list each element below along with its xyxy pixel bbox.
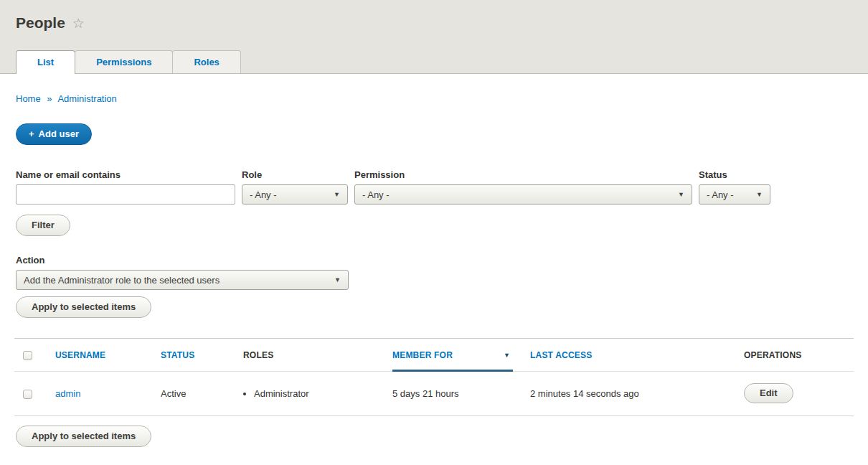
cell-status: Active [152,372,235,416]
sort-by-username-link[interactable]: USERNAME [55,350,105,360]
row-checkbox[interactable] [23,390,32,399]
action-label: Action [16,255,868,266]
role-filter-label: Role [242,169,348,180]
column-header-operations: OPERATIONS [735,339,854,372]
page-title-text: People [16,14,65,32]
role-item: Administrator [254,388,375,399]
page-title: People ☆ [0,0,868,32]
table-row: admin Active Administrator 5 days 21 hou… [14,372,854,416]
role-select-value: - Any - [250,189,277,200]
status-filter: Status - Any - ▼ [699,169,770,205]
page-header: People ☆ List Permissions Roles [0,0,868,74]
tab-roles[interactable]: Roles [172,50,240,73]
cell-roles: Administrator [235,372,384,416]
breadcrumb-home-link[interactable]: Home [16,93,41,104]
table-header-row: USERNAME STATUS ROLES MEMBER FOR ▼ LAST … [14,339,854,372]
column-header-member-for: MEMBER FOR ▼ [384,339,522,372]
cell-last-access: 2 minutes 14 seconds ago [522,372,735,416]
name-email-filter-input[interactable] [16,184,235,205]
permission-filter: Permission - Any - ▼ [354,169,692,205]
role-filter: Role - Any - ▼ [242,169,348,205]
column-header-status: STATUS [152,339,235,372]
user-admin-link[interactable]: admin [55,388,80,399]
plus-icon: + [29,128,34,139]
cell-member-for: 5 days 21 hours [384,372,522,416]
star-bookmark-icon[interactable]: ☆ [72,17,85,30]
name-email-filter: Name or email contains [16,169,235,205]
edit-button[interactable]: Edit [744,383,793,403]
tab-permissions[interactable]: Permissions [75,50,173,73]
column-header-last-access: LAST ACCESS [522,339,735,372]
role-select[interactable]: - Any - ▼ [242,184,348,205]
column-header-roles: ROLES [235,339,384,372]
permission-select[interactable]: - Any - ▼ [354,184,692,205]
column-header-username: USERNAME [47,339,152,372]
cell-username: admin [47,372,152,416]
action-select[interactable]: Add the Administrator role to the select… [16,270,349,290]
caret-down-icon: ▼ [678,192,684,198]
filter-form: Name or email contains Role - Any - ▼ Pe… [16,169,852,205]
breadcrumb-administration-link[interactable]: Administration [57,93,116,104]
status-select-value: - Any - [707,189,734,200]
select-all-checkbox[interactable] [23,351,32,360]
cell-operations: Edit [735,372,854,416]
action-section: Action Add the Administrator role to the… [16,255,868,290]
status-select[interactable]: - Any - ▼ [699,184,770,205]
add-user-label: Add user [39,128,79,139]
permission-filter-label: Permission [354,169,692,180]
people-admin-page: People ☆ List Permissions Roles Home » A… [0,0,868,447]
apply-to-selected-button-bottom[interactable]: Apply to selected items [16,426,151,447]
apply-to-selected-button-top[interactable]: Apply to selected items [16,296,151,318]
caret-down-icon: ▼ [334,192,340,198]
breadcrumb: Home » Administration [16,93,868,104]
breadcrumb-separator: » [47,93,52,104]
primary-tabs: List Permissions Roles [16,50,240,73]
users-table: USERNAME STATUS ROLES MEMBER FOR ▼ LAST … [14,338,854,416]
sort-by-member-for-link[interactable]: MEMBER FOR [392,350,453,360]
filter-button[interactable]: Filter [16,215,70,236]
caret-down-icon: ▼ [334,277,341,283]
name-email-filter-label: Name or email contains [16,169,235,180]
tab-list[interactable]: List [16,50,75,74]
sort-by-last-access-link[interactable]: LAST ACCESS [530,350,592,360]
action-select-value: Add the Administrator role to the select… [24,275,220,286]
sort-by-status-link[interactable]: STATUS [161,350,194,360]
status-filter-label: Status [699,169,770,180]
add-user-button[interactable]: + Add user [16,123,92,145]
caret-down-icon: ▼ [756,192,763,198]
permission-select-value: - Any - [362,189,390,200]
sort-desc-icon: ▼ [504,352,510,359]
